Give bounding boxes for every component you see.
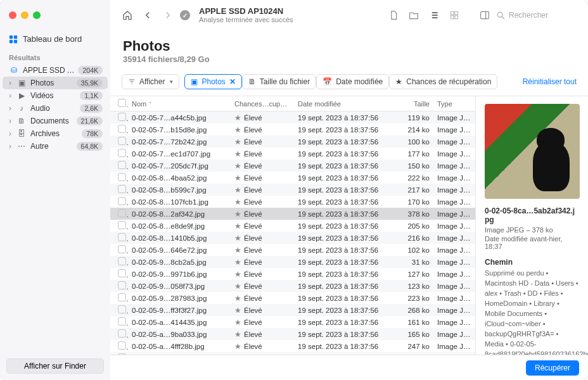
cell-date: 19 sept. 2023 à 18:37:56 [294,150,395,158]
table-row[interactable]: 0-02-05-8…b599c7.jpg ★Élevé 19 sept. 202… [110,184,475,196]
minimize-window-button[interactable] [21,11,29,19]
row-checkbox[interactable] [118,209,126,217]
filter-chip-3[interactable]: ★Chances de récupération [389,74,497,89]
dashboard-link[interactable]: Tableau de bord [0,30,110,48]
table-row[interactable]: 0-02-05-8…2af342.jpg ★Élevé 19 sept. 202… [110,208,475,220]
row-checkbox[interactable] [118,173,126,181]
cell-type: Image JP… [433,307,475,314]
fullscreen-window-button[interactable] [33,11,41,19]
table-row[interactable]: 0-02-05-9…8cb2a5.jpg ★Élevé 19 sept. 202… [110,256,475,268]
cell-date: 19 sept. 2023 à 18:37:56 [294,126,395,134]
show-in-finder-button[interactable]: Afficher sur Finder [6,358,104,374]
row-checkbox[interactable] [118,293,126,301]
cell-date: 19 sept. 2023 à 18:37:56 [294,343,395,350]
row-checkbox[interactable] [118,329,126,338]
row-checkbox[interactable] [118,257,126,265]
cell-name: 0-02-05-a…4fff28b.jpg [128,343,231,350]
preview-meta-date: Date modifiée avant-hier, 18:37 [485,235,579,250]
row-checkbox[interactable] [118,317,126,326]
sidebar: Tableau de bord Résultats ⛁ APPLE SSD AP… [0,0,110,380]
view-grid-button[interactable] [446,7,463,23]
table-row[interactable]: 0-02-05-7…72b242.jpg ★Élevé 19 sept. 202… [110,136,475,148]
star-icon: ★ [234,282,241,290]
view-file-button[interactable] [385,7,402,23]
select-all-checkbox[interactable] [118,99,126,107]
svg-rect-1 [14,35,17,38]
table-row[interactable]: 0-02-05-9…9971b6.jpg ★Élevé 19 sept. 202… [110,268,475,280]
chip-icon: ▣ [191,77,198,86]
cell-size: 123 ko [395,282,433,290]
table-row[interactable]: 0-02-05-7…ec1d707.jpg ★Élevé 19 sept. 20… [110,148,475,160]
table-row[interactable]: 0-02-05-9…058f73.jpg ★Élevé 19 sept. 202… [110,280,475,292]
row-checkbox[interactable] [118,125,126,133]
table-row[interactable]: 0-02-05-8…e8de9f.jpg ★Élevé 19 sept. 202… [110,220,475,232]
cell-date: 19 sept. 2023 à 18:37:56 [294,222,395,230]
cell-size: 31 ko [395,258,433,266]
sidebar-item-audio[interactable]: › ♪ Audio 2,6K [3,102,108,115]
sidebar-item-autre[interactable]: › ⋯ Autre 64,8K [3,140,108,153]
reset-filters-button[interactable]: Réinitialiser tout [523,77,577,86]
toggle-preview-button[interactable] [476,7,493,23]
cell-name: 0-02-05-7…ec1d707.jpg [128,150,231,158]
star-icon: ★ [234,174,241,182]
column-chance[interactable]: Chances…cupération [231,100,294,108]
row-checkbox[interactable] [118,161,126,169]
table-row[interactable]: 0-02-05-7…a44c5b.jpg ★Élevé 19 sept. 202… [110,111,475,124]
table-row[interactable]: 0-02-05-8…107fcb1.jpg ★Élevé 19 sept. 20… [110,196,475,208]
table-row[interactable]: 0-02-05-9…ff3f3f27.jpg ★Élevé 19 sept. 2… [110,304,475,316]
row-checkbox[interactable] [118,233,126,241]
cell-chance: ★Élevé [231,234,294,243]
sidebar-item-photos[interactable]: › ▣ Photos 35,9K [3,77,108,89]
cell-date: 19 sept. 2023 à 18:37:56 [294,234,395,242]
table-row[interactable]: 0-02-05-8…1410b5.jpg ★Élevé 19 sept. 202… [110,232,475,244]
cell-name: 0-02-05-9…058f73.jpg [128,282,231,290]
sidebar-item-archives[interactable]: › 🗄 Archives 78K [3,127,108,140]
search-field[interactable]: Rechercher [497,11,579,20]
close-window-button[interactable] [9,11,16,19]
preview-image [485,104,580,199]
row-checkbox[interactable] [118,197,126,205]
row-checkbox[interactable] [118,305,126,314]
sidebar-item-documents[interactable]: › 🗎 Documents 21,6K [3,115,108,127]
recover-button[interactable]: Récupérer [526,360,579,376]
row-checkbox[interactable] [118,113,126,121]
table-row[interactable]: 0-02-05-9…287983.jpg ★Élevé 19 sept. 202… [110,292,475,304]
view-folder-button[interactable] [406,7,422,23]
table-row[interactable]: 0-02-05-7…205dc7f.jpg ★Élevé 19 sept. 20… [110,160,475,172]
view-list-button[interactable] [426,7,442,23]
cell-name: 0-02-05-8…1410b5.jpg [128,234,231,242]
filter-chip-0[interactable]: ▣Photos✕ [184,74,241,89]
table-row[interactable]: 0-02-05-7…b15d8e.jpg ★Élevé 19 sept. 202… [110,124,475,136]
row-checkbox[interactable] [118,245,126,253]
row-checkbox[interactable] [118,341,126,350]
table-row[interactable]: 0-02-05-a…4fff28b.jpg ★Élevé 19 sept. 20… [110,340,475,352]
star-icon: ★ [234,198,241,206]
device-name: APPLE SSD AP1024N [199,6,293,16]
column-size[interactable]: Taille [395,100,433,108]
row-checkbox[interactable] [118,185,126,193]
row-checkbox[interactable] [118,221,126,229]
home-button[interactable] [119,7,136,23]
forward-button[interactable] [160,7,176,23]
column-name[interactable]: Nom˄ [128,100,231,108]
column-date[interactable]: Date modifiée [294,100,395,108]
back-button[interactable] [139,7,156,23]
remove-chip-icon[interactable]: ✕ [229,77,236,86]
row-checkbox[interactable] [118,137,126,145]
filter-chip-2[interactable]: 📅Date modifiée [316,74,389,89]
show-filter-button[interactable]: Afficher ▾ [122,74,179,89]
table-row[interactable]: 0-02-05-a…414435.jpg ★Élevé 19 sept. 202… [110,316,475,328]
filter-chip-1[interactable]: 🗎Taille du fichier [242,74,316,89]
table-row[interactable]: 0-02-05-8…4baa52.jpg ★Élevé 19 sept. 202… [110,172,475,184]
cell-name: 0-02-05-a…9ba033.jpg [128,331,231,338]
table-row[interactable]: 0-02-05-9…646e72.jpg ★Élevé 19 sept. 202… [110,244,475,256]
cell-type: Image JP… [433,114,475,122]
row-checkbox[interactable] [118,149,126,157]
row-checkbox[interactable] [118,281,126,289]
table-body[interactable]: 0-02-05-7…a44c5b.jpg ★Élevé 19 sept. 202… [110,111,475,355]
table-row[interactable]: 0-02-05-a…9ba033.jpg ★Élevé 19 sept. 202… [110,328,475,340]
row-checkbox[interactable] [118,269,126,277]
sidebar-device[interactable]: ⛁ APPLE SSD AP1… 204K [3,64,108,77]
column-type[interactable]: Type [433,100,475,108]
sidebar-item-vidéos[interactable]: › ▶ Vidéos 1,1K [3,89,108,102]
